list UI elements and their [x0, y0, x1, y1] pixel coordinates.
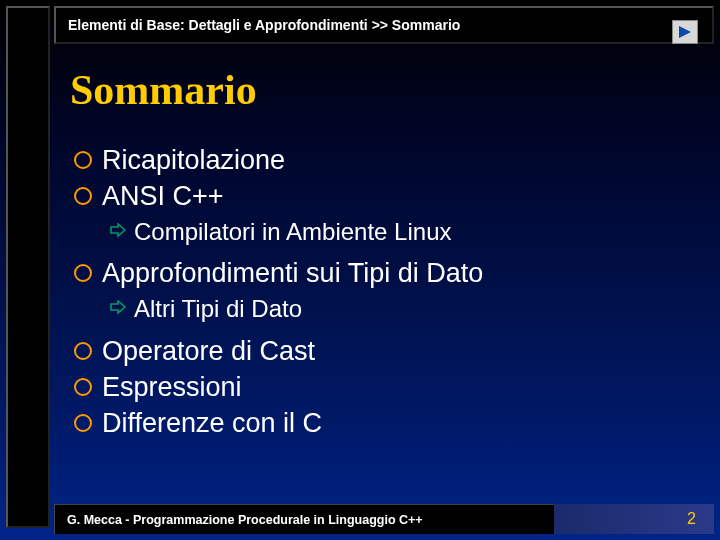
list-item-label: Differenze con il C: [102, 405, 322, 441]
circle-bullet-icon: [74, 414, 92, 432]
footer-text: G. Mecca - Programmazione Procedurale in…: [67, 513, 423, 527]
breadcrumb: Elementi di Base: Dettagli e Approfondim…: [68, 17, 460, 33]
header-bar: Elementi di Base: Dettagli e Approfondim…: [54, 6, 714, 44]
list-item: Compilatori in Ambiente Linux: [108, 215, 700, 252]
summary-list: Operatore di Cast Espressioni Differenze…: [74, 333, 700, 442]
list-item-label: Ricapitolazione: [102, 142, 285, 178]
play-icon: [677, 25, 693, 39]
slide-content: Sommario Ricapitolazione ANSI C++ Compil…: [70, 56, 700, 442]
list-item-label: Espressioni: [102, 369, 242, 405]
list-item-label: Operatore di Cast: [102, 333, 315, 369]
circle-bullet-icon: [74, 342, 92, 360]
circle-bullet-icon: [74, 187, 92, 205]
summary-list: Ricapitolazione ANSI C++: [74, 142, 700, 215]
list-item: Ricapitolazione: [74, 142, 700, 178]
footer-right: 2: [554, 504, 714, 534]
footer-bar: G. Mecca - Programmazione Procedurale in…: [54, 504, 714, 534]
list-item: Espressioni: [74, 369, 700, 405]
summary-list: Approfondimenti sui Tipi di Dato: [74, 255, 700, 291]
page-number: 2: [687, 510, 696, 528]
sublist: Altri Tipi di Dato: [108, 292, 700, 329]
list-item-label: Altri Tipi di Dato: [134, 292, 302, 326]
arrow-bullet-icon: [108, 295, 128, 329]
circle-bullet-icon: [74, 378, 92, 396]
arrow-bullet-icon: [108, 218, 128, 252]
circle-bullet-icon: [74, 151, 92, 169]
list-item: Operatore di Cast: [74, 333, 700, 369]
footer-left: G. Mecca - Programmazione Procedurale in…: [54, 504, 554, 534]
left-decorative-strip: [6, 6, 50, 528]
list-item-label: Compilatori in Ambiente Linux: [134, 215, 452, 249]
list-item: Approfondimenti sui Tipi di Dato: [74, 255, 700, 291]
list-item-label: Approfondimenti sui Tipi di Dato: [102, 255, 483, 291]
list-item: Differenze con il C: [74, 405, 700, 441]
list-item: ANSI C++: [74, 178, 700, 214]
list-item-label: ANSI C++: [102, 178, 224, 214]
list-item: Altri Tipi di Dato: [108, 292, 700, 329]
page-title: Sommario: [70, 66, 700, 114]
circle-bullet-icon: [74, 264, 92, 282]
svg-marker-0: [679, 26, 691, 38]
sublist: Compilatori in Ambiente Linux: [108, 215, 700, 252]
next-slide-button[interactable]: [672, 20, 698, 44]
